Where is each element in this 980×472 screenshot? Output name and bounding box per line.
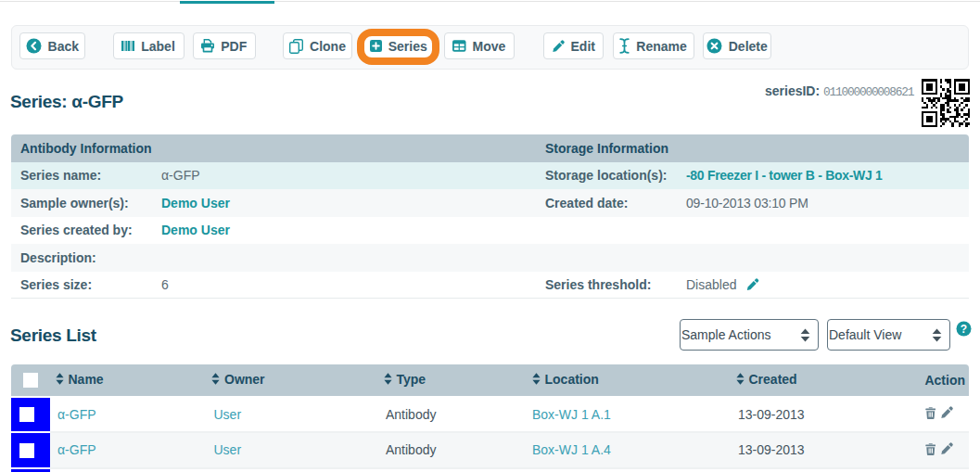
- svg-text:?: ?: [961, 323, 967, 336]
